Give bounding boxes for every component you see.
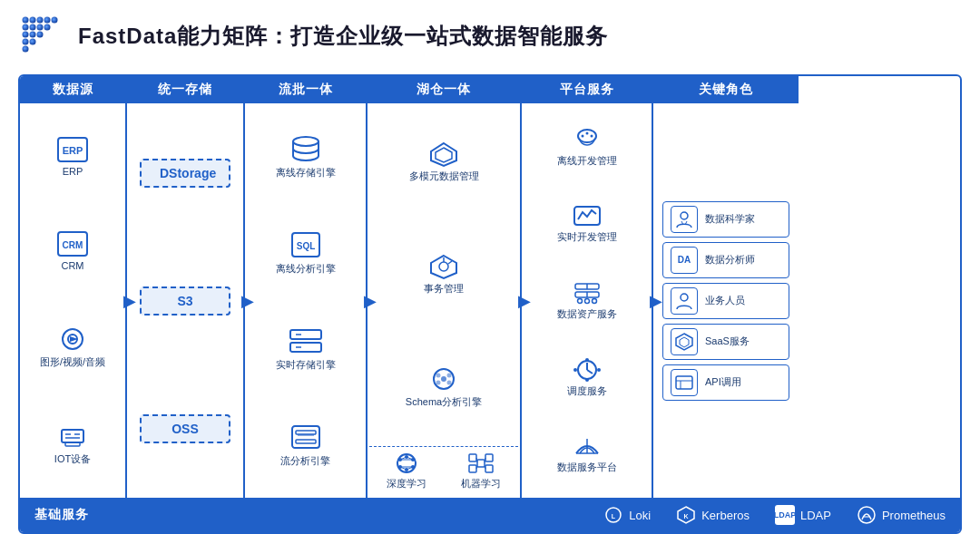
svg-marker-97 <box>680 337 689 347</box>
role-item-business: 业务人员 <box>662 283 789 319</box>
svg-point-12 <box>23 39 29 45</box>
columns-row: 数据源 ERP ERP <box>20 76 960 498</box>
engine-item-realtime-storage: 实时存储引擎 <box>276 325 336 372</box>
svg-rect-22 <box>62 430 83 442</box>
ldap-icon: LDAP <box>775 505 795 525</box>
ds-item-media: 图形/视频/音频 <box>40 325 105 369</box>
lake-item-schema: Schema分析引擎 <box>404 364 484 411</box>
svg-rect-64 <box>469 465 476 472</box>
svg-line-85 <box>587 370 593 374</box>
col-header-datasource: 数据源 <box>20 76 125 103</box>
scientist-icon <box>671 206 698 233</box>
stream-icon <box>288 422 324 452</box>
platform-label-realtime-dev: 实时开发管理 <box>557 230 617 244</box>
bottom-bar-label: 基础服务 <box>34 507 89 523</box>
lake-item-deep-learning: 深度学习 <box>387 451 426 490</box>
lake-label-deep-learning: 深度学习 <box>387 478 426 490</box>
lake-bottom-section: 深度学习 <box>369 447 518 494</box>
svg-point-80 <box>577 298 582 303</box>
col-header-storage: 统一存储 <box>127 76 243 103</box>
loki-icon: L <box>603 505 623 525</box>
engine-item-offline-storage: 离线存储引擎 <box>276 133 336 180</box>
col-header-stream-batch: 流批一体 <box>245 76 366 103</box>
svg-line-42 <box>448 261 452 264</box>
engine-label-realtime-storage: 实时存储引擎 <box>276 358 336 372</box>
lake-item-multimodel: 多模元数据管理 <box>407 139 481 185</box>
header: FastData能力矩阵：打造企业级一站式数据智能服务 <box>18 9 962 63</box>
platform-label-data-asset: 数据资产服务 <box>557 307 617 321</box>
role-label-api: API调用 <box>705 375 741 389</box>
svg-marker-39 <box>436 148 452 162</box>
bottom-service-loki: L Loki <box>603 505 651 525</box>
bottom-service-label-loki: Loki <box>629 509 651 522</box>
arrow-stream-lake: ▶ <box>364 291 377 311</box>
svg-point-92 <box>681 212 688 219</box>
svg-rect-31 <box>290 343 321 352</box>
realtime-db-icon <box>288 325 324 356</box>
svg-rect-66 <box>477 460 485 467</box>
column-storage: 统一存储 DStorage S3 OSS ▶ <box>127 76 245 498</box>
lake-top-section: 多模元数据管理 事务管理 <box>369 107 518 447</box>
platform-label-schedule: 调度服务 <box>567 384 607 398</box>
page-title: FastData能力矩阵：打造企业级一站式数据智能服务 <box>78 22 608 51</box>
svg-point-95 <box>681 294 688 301</box>
column-lake-warehouse: 湖仓一体 多模元数据管理 <box>368 76 522 498</box>
column-datasource: 数据源 ERP ERP <box>20 76 127 498</box>
svg-point-10 <box>30 32 36 38</box>
svg-rect-63 <box>485 454 493 461</box>
ds-label-erp: ERP <box>63 166 83 177</box>
svg-point-72 <box>581 134 583 137</box>
svg-text:CRM: CRM <box>63 240 83 250</box>
col-header-roles: 关键角色 <box>653 76 799 103</box>
role-item-saas: SaaS服务 <box>662 324 789 360</box>
storage-item-oss: OSS <box>140 414 230 443</box>
col-body-roles: 数据科学家 DA 数据分析师 <box>653 103 799 498</box>
arrow-platform-roles: ▶ <box>650 291 662 311</box>
media-icon <box>56 325 89 354</box>
svg-point-73 <box>590 134 593 137</box>
ds-label-media: 图形/视频/音频 <box>40 355 105 369</box>
bottom-service-kerberos: K Kerberos <box>676 505 750 525</box>
platform-item-schedule: 调度服务 <box>567 357 607 398</box>
svg-point-11 <box>37 32 44 38</box>
bottom-service-items: L Loki K Kerberos <box>603 505 946 525</box>
bottom-service-label-ldap: LDAP <box>800 509 831 522</box>
platform-item-data-service: 数据服务平台 <box>557 433 617 474</box>
role-label-saas: SaaS服务 <box>705 335 750 348</box>
ds-item-crm: CRM CRM <box>56 229 89 271</box>
engine-item-offline-analysis: SQL 离线分析引擎 <box>276 229 336 276</box>
logo-icon <box>18 13 65 60</box>
svg-rect-34 <box>292 426 319 448</box>
svg-point-1 <box>30 17 36 24</box>
ds-item-iot: IOT设备 <box>54 422 91 466</box>
lake-item-machine-learning: 机器学习 <box>461 451 501 490</box>
storage-item-dstorage: DStorage <box>140 159 230 188</box>
col-body-datasource: ERP ERP CRM CRM <box>20 103 125 498</box>
svg-point-9 <box>23 32 29 38</box>
arrow-lake-platform: ▶ <box>518 291 531 311</box>
svg-point-105 <box>858 507 875 523</box>
api-icon <box>671 369 698 396</box>
engine-label-stream-analysis: 流分析引擎 <box>280 454 330 468</box>
engine-label-offline-analysis: 离线分析引擎 <box>276 262 336 276</box>
role-label-business: 业务人员 <box>705 294 745 307</box>
sql-icon: SQL <box>288 229 324 260</box>
bottom-bar: 基础服务 L Loki <box>20 498 960 532</box>
content-area: 数据源 ERP ERP <box>18 74 962 534</box>
svg-text:SQL: SQL <box>296 241 315 251</box>
kerberos-icon: K <box>676 505 696 525</box>
platform-label-offline-dev: 离线开发管理 <box>557 154 617 168</box>
svg-point-27 <box>293 137 318 146</box>
svg-rect-36 <box>296 440 316 443</box>
svg-point-48 <box>441 376 446 382</box>
crm-icon: CRM <box>56 229 89 258</box>
svg-text:ERP: ERP <box>63 145 83 156</box>
bottom-service-ldap: LDAP LDAP <box>775 505 831 525</box>
role-item-api: API调用 <box>662 364 789 401</box>
db-icon <box>288 133 324 164</box>
svg-point-2 <box>37 17 44 24</box>
lake-label-multimodel: 多模元数据管理 <box>409 170 479 183</box>
svg-rect-65 <box>485 465 493 472</box>
svg-rect-35 <box>296 431 316 434</box>
storage-item-s3: S3 <box>140 286 230 316</box>
